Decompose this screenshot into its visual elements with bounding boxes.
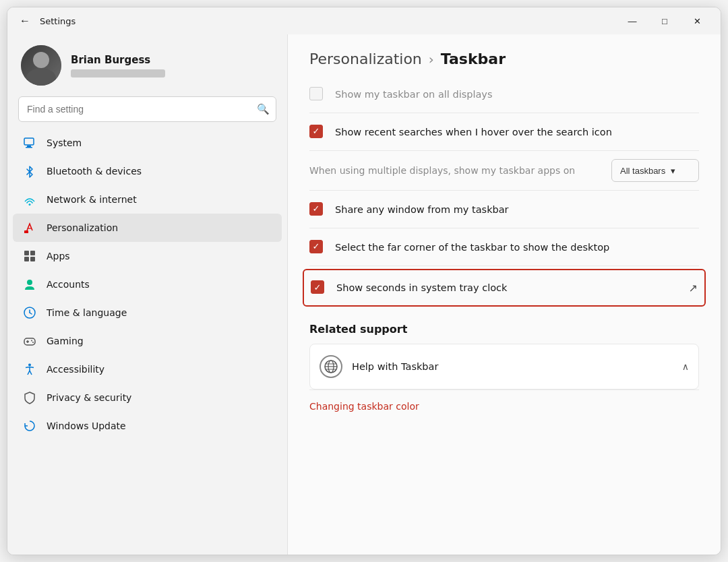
titlebar: ← Settings — □ ✕ — [7, 7, 721, 34]
svg-rect-4 — [24, 230, 28, 233]
checkbox-show-seconds-box[interactable] — [311, 280, 324, 294]
checkbox-far-corner-box[interactable] — [309, 240, 323, 253]
sidebar-item-personalization[interactable]: Personalization — [13, 214, 282, 242]
bluetooth-icon — [22, 164, 37, 179]
svg-line-22 — [30, 371, 32, 375]
svg-rect-7 — [30, 251, 35, 255]
sidebar-nav: System Bluetooth & devices Network & int… — [13, 129, 282, 440]
checkbox-share-window-box[interactable] — [309, 202, 323, 216]
setting-label-share-window: Share any window from my taskbar — [335, 204, 699, 215]
system-icon — [22, 135, 37, 150]
sidebar-item-apps[interactable]: Apps — [13, 242, 282, 270]
back-button[interactable]: ← — [16, 11, 34, 30]
sidebar-label-system: System — [47, 137, 82, 148]
svg-rect-9 — [30, 257, 35, 261]
sidebar-label-update: Windows Update — [47, 420, 126, 431]
link-changing-taskbar-color[interactable]: Changing taskbar color — [309, 401, 419, 412]
main-panel: Personalization › Taskbar Show my taskba… — [287, 34, 721, 555]
dropdown-chevron-icon: ▾ — [671, 166, 675, 176]
setting-row-share-window: Share any window from my taskbar — [309, 191, 699, 228]
svg-point-18 — [32, 342, 34, 343]
search-input[interactable] — [18, 96, 276, 122]
cursor-indicator: ↗ — [689, 282, 698, 294]
sidebar-item-privacy[interactable]: Privacy & security — [13, 383, 282, 412]
sidebar-label-network: Network & internet — [47, 194, 137, 205]
time-icon — [22, 305, 37, 320]
avatar — [21, 45, 61, 86]
setting-label-all-displays: Show my taskbar on all displays — [335, 89, 699, 100]
avatar-image — [21, 45, 61, 86]
sidebar-label-gaming: Gaming — [47, 336, 84, 346]
chevron-up-icon: ∧ — [682, 361, 689, 372]
accounts-icon — [22, 277, 37, 292]
sidebar-item-system[interactable]: System — [13, 129, 282, 157]
settings-list: Show my taskbar on all displays Show rec… — [288, 75, 721, 555]
sidebar-label-accessibility: Accessibility — [47, 364, 104, 375]
svg-line-21 — [28, 371, 30, 375]
accessibility-icon — [22, 362, 37, 377]
checkbox-show-seconds[interactable] — [311, 280, 326, 295]
sidebar-label-accounts: Accounts — [47, 279, 90, 290]
breadcrumb-parent: Personalization — [309, 51, 422, 67]
breadcrumb-separator: › — [429, 51, 434, 67]
setting-row-multiple-displays: When using multiple displays, show my ta… — [309, 151, 699, 191]
svg-point-10 — [27, 280, 32, 285]
setting-label-far-corner: Select the far corner of the taskbar to … — [335, 242, 699, 253]
privacy-icon — [22, 390, 37, 405]
window-content: Brian Burgess 🔍 System — [7, 34, 721, 555]
user-email-placeholder — [71, 69, 165, 77]
link-row-changing-color: Changing taskbar color — [309, 389, 699, 422]
checkbox-recent-searches-box[interactable] — [309, 125, 323, 138]
svg-point-19 — [28, 364, 31, 367]
dropdown-value: All taskbars — [620, 166, 665, 176]
close-button[interactable]: ✕ — [681, 10, 712, 32]
svg-point-17 — [31, 340, 32, 342]
globe-icon — [320, 355, 342, 378]
sidebar-label-personalization: Personalization — [47, 222, 118, 233]
sidebar-item-update[interactable]: Windows Update — [13, 412, 282, 440]
sidebar-item-accounts[interactable]: Accounts — [13, 270, 282, 299]
svg-rect-0 — [24, 138, 34, 145]
setting-label-recent-searches: Show recent searches when I hover over t… — [335, 127, 699, 137]
sidebar-label-time: Time & language — [47, 307, 127, 318]
window-controls: — □ ✕ — [617, 10, 712, 32]
sidebar-item-bluetooth[interactable]: Bluetooth & devices — [13, 157, 282, 185]
sidebar-item-accessibility[interactable]: Accessibility — [13, 355, 282, 383]
checkbox-share-window[interactable] — [309, 202, 324, 217]
svg-rect-14 — [24, 338, 35, 345]
setting-label-show-seconds: Show seconds in system tray clock — [336, 282, 684, 293]
settings-window: ← Settings — □ ✕ Brian Burgess — [7, 7, 721, 555]
maximize-button[interactable]: □ — [649, 10, 680, 32]
checkbox-all-displays[interactable] — [309, 87, 324, 102]
sidebar-item-gaming[interactable]: Gaming — [13, 327, 282, 355]
sidebar: Brian Burgess 🔍 System — [7, 34, 287, 555]
setting-row-all-displays: Show my taskbar on all displays — [309, 75, 699, 113]
setting-row-far-corner: Select the far corner of the taskbar to … — [309, 228, 699, 266]
gaming-icon — [22, 334, 37, 348]
checkbox-far-corner[interactable] — [309, 240, 324, 255]
sidebar-label-bluetooth: Bluetooth & devices — [47, 166, 142, 177]
checkbox-all-displays-box[interactable] — [309, 87, 323, 100]
user-info: Brian Burgess — [71, 54, 165, 77]
setting-label-multiple-displays: When using multiple displays, show my ta… — [309, 165, 605, 176]
sidebar-label-privacy: Privacy & security — [47, 392, 131, 403]
svg-line-13 — [30, 313, 32, 314]
minimize-button[interactable]: — — [617, 10, 648, 32]
related-row-help-taskbar[interactable]: Help with Taskbar ∧ — [309, 344, 699, 389]
breadcrumb-current: Taskbar — [441, 51, 506, 67]
dropdown-taskbar-apps[interactable]: All taskbars ▾ — [611, 159, 699, 182]
update-icon — [22, 418, 37, 433]
user-profile: Brian Burgess — [13, 34, 282, 94]
svg-rect-1 — [27, 146, 31, 147]
checkbox-recent-searches[interactable] — [309, 125, 324, 139]
sidebar-item-time[interactable]: Time & language — [13, 299, 282, 327]
svg-point-3 — [29, 204, 31, 206]
setting-row-recent-searches: Show recent searches when I hover over t… — [309, 113, 699, 151]
svg-rect-8 — [24, 257, 29, 261]
sidebar-item-network[interactable]: Network & internet — [13, 185, 282, 214]
network-icon — [22, 192, 37, 207]
svg-rect-2 — [26, 147, 32, 148]
setting-row-show-seconds: Show seconds in system tray clock ↗ — [303, 269, 706, 307]
related-label-help-taskbar: Help with Taskbar — [352, 361, 673, 372]
svg-rect-6 — [24, 251, 29, 255]
